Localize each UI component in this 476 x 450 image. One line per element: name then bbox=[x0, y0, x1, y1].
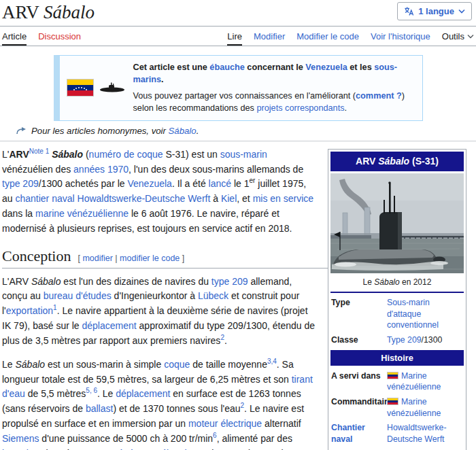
wiki-link[interactable]: Howaldtswerke-Deutsche Werft bbox=[78, 193, 211, 204]
infobox-row: A servi dansMarine vénézuélienne bbox=[330, 368, 464, 394]
wiki-link[interactable]: numéro de coque bbox=[89, 149, 163, 160]
banner-text: Cet article est une ébauche concernant l… bbox=[133, 61, 415, 115]
wiki-link[interactable]: Sábalo bbox=[169, 126, 197, 136]
wiki-link[interactable]: lancé bbox=[209, 178, 231, 189]
wiki-link[interactable]: Kiel bbox=[221, 193, 237, 204]
section-heading-title: Conception bbox=[2, 247, 71, 264]
chevron-down-icon bbox=[458, 9, 465, 14]
wiki-link[interactable]: années 1970 bbox=[73, 164, 129, 175]
wiki-link[interactable]: comment ? bbox=[356, 91, 402, 101]
wiki-link[interactable]: bureau d'études bbox=[44, 290, 112, 301]
text-segment: . Il a été bbox=[172, 178, 209, 189]
wiki-link[interactable]: sous-marin bbox=[220, 149, 267, 160]
infobox-row: Chantier navalHowaldtswerke-Deutsche Wer… bbox=[330, 421, 464, 447]
wiki-link[interactable]: Venezuela bbox=[305, 63, 347, 72]
wiki-link[interactable]: moteur électrique bbox=[188, 418, 262, 429]
wiki-link[interactable]: type 209 bbox=[2, 178, 39, 189]
text-segment: ) et de 1370 tonnes sous l'eau bbox=[113, 403, 240, 414]
text-segment: . bbox=[345, 103, 347, 113]
infobox-row: TypeSous-marin d'attaque conventionnel bbox=[330, 296, 464, 333]
tab-outils-label: Outils bbox=[442, 31, 464, 41]
wiki-link[interactable]: déplacement bbox=[116, 388, 170, 399]
infobox-value: Marine vénézuélienne bbox=[387, 370, 463, 393]
wiki-link[interactable]: type 209 bbox=[211, 276, 248, 287]
text-segment: A servi dans bbox=[331, 371, 381, 381]
wiki-link[interactable]: Howaldtswerke-Deutsche Werft bbox=[387, 423, 446, 444]
text-segment: /1300 achetés par le bbox=[39, 178, 128, 189]
wiki-link[interactable]: Sous-marin d'attaque conventionnel bbox=[387, 298, 439, 330]
wiki-link[interactable]: mis en service bbox=[253, 193, 313, 204]
tab-modifier-le-code[interactable]: Modifier le code bbox=[296, 27, 359, 46]
infobox-title: ARV Sábalo (S-31) bbox=[330, 152, 464, 171]
wiki-link[interactable]: ébauche bbox=[209, 63, 244, 72]
wiki-link[interactable]: projets correspondants bbox=[256, 103, 344, 113]
infobox-label: Chantier naval bbox=[331, 422, 387, 445]
wiki-link[interactable]: Type 209 bbox=[387, 335, 422, 345]
text-segment: Le bbox=[363, 277, 375, 287]
tab-voir-historique[interactable]: Voir l'historique bbox=[371, 27, 430, 46]
banner-line1: Cet article est une ébauche concernant l… bbox=[133, 61, 415, 86]
text-segment: , alimenté par des bbox=[217, 433, 292, 444]
infobox-label: Classe bbox=[331, 334, 387, 346]
reference-link[interactable]: 3,4 bbox=[267, 358, 277, 365]
wiki-link[interactable]: Chantier naval bbox=[331, 423, 365, 444]
text-segment: Le bbox=[2, 359, 15, 370]
text-segment: . bbox=[197, 126, 199, 136]
venezuela-flag-icon bbox=[67, 79, 94, 97]
text-segment: d'une puissance de 5000 ch à 200 tr/min bbox=[39, 433, 213, 444]
tab-lire[interactable]: Lire bbox=[227, 27, 242, 46]
text-segment: dans la bbox=[2, 208, 35, 219]
tab-article[interactable]: Article bbox=[2, 27, 27, 46]
wiki-link[interactable]: exportation bbox=[6, 305, 53, 316]
tab-modifier[interactable]: Modifier bbox=[254, 27, 285, 46]
wiki-link[interactable]: coque bbox=[164, 359, 190, 370]
language-button-label: 1 langue bbox=[418, 6, 454, 16]
wiki-link[interactable]: modifier bbox=[82, 254, 112, 263]
infobox-label: Commanditaire bbox=[331, 396, 387, 419]
text-segment: le 1 bbox=[231, 178, 249, 189]
text-segment: Sábalo bbox=[44, 2, 95, 22]
banner-icons bbox=[67, 79, 125, 97]
reference-link[interactable]: Note 1 bbox=[29, 148, 49, 155]
infobox-label: Type bbox=[331, 297, 387, 331]
text-segment: alternatif bbox=[262, 418, 301, 429]
text-segment: /1300 bbox=[422, 335, 443, 345]
wiki-link[interactable]: Lübeck bbox=[198, 290, 228, 301]
tab-discussion[interactable]: Discussion bbox=[38, 27, 81, 46]
text-segment: ( bbox=[83, 149, 89, 160]
infobox-label: A servi dans bbox=[331, 370, 387, 393]
wiki-link[interactable]: déplacement bbox=[82, 320, 137, 331]
tab-outils[interactable]: Outils bbox=[442, 27, 474, 46]
text-segment: et les bbox=[347, 63, 375, 72]
language-button[interactable]: 1 langue bbox=[397, 2, 472, 20]
text-segment: vénézuélien des bbox=[2, 164, 73, 175]
wiki-link[interactable]: modifier le code bbox=[120, 254, 180, 263]
text-segment: . bbox=[161, 75, 164, 84]
text-segment: S-31) est un bbox=[163, 149, 220, 160]
wiki-link[interactable]: Venezuela bbox=[127, 178, 171, 189]
text-segment: en 2012 bbox=[400, 277, 432, 287]
submarine-photo bbox=[330, 173, 464, 273]
wiki-link[interactable]: chantier naval bbox=[15, 193, 74, 204]
left-tabs: Article Discussion bbox=[2, 27, 81, 46]
wiki-link[interactable]: marine vénézuélienne bbox=[35, 208, 129, 219]
text-segment: . Le bbox=[97, 388, 116, 399]
infobox-value: Howaldtswerke-Deutsche Werft bbox=[387, 422, 463, 445]
text-segment: , l'un des deux sous-marins allemands de bbox=[129, 164, 303, 175]
text-segment: est un sous-marin à simple bbox=[45, 359, 164, 370]
translate-icon bbox=[404, 6, 414, 16]
wiki-link[interactable]: Siemens bbox=[2, 433, 39, 444]
infobox-value: Type 209/1300 bbox=[387, 334, 463, 346]
infobox-rows: TypeSous-marin d'attaque conventionnelCl… bbox=[330, 296, 464, 450]
reference-link[interactable]: 5, 6 bbox=[86, 387, 97, 395]
banner-line2: Vous pouvez partager vos connaissances e… bbox=[133, 90, 415, 115]
venezuela-flag-icon bbox=[387, 398, 398, 405]
disambiguation-arrow-icon bbox=[16, 127, 27, 135]
wiki-link[interactable]: ballast bbox=[86, 403, 113, 414]
infobox-row: CommanditaireMarine vénézuélienne bbox=[330, 395, 464, 421]
text-segment: d'Ingenieurkontor à bbox=[112, 290, 198, 301]
text-segment: ARV bbox=[9, 149, 29, 160]
infobox-separator bbox=[330, 292, 464, 293]
text-segment: à bbox=[210, 193, 221, 204]
text-segment: Type bbox=[331, 298, 350, 307]
